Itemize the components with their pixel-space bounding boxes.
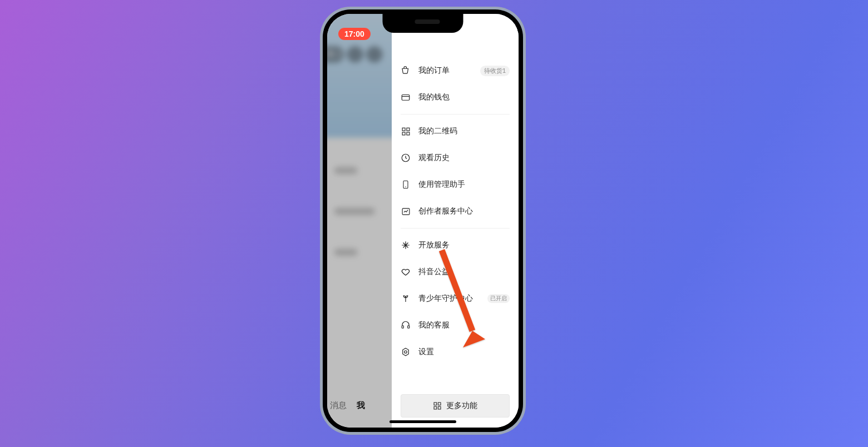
grid-icon [433,401,442,410]
tab-messages[interactable]: 消息 [327,400,349,411]
teen-badge: 已开启 [487,294,510,303]
drawer-item-label: 我的二维码 [418,126,457,136]
svg-rect-3 [402,132,405,135]
svg-point-7 [405,186,406,187]
more-button-label: 更多功能 [446,401,477,411]
svg-rect-10 [408,326,410,329]
svg-rect-13 [434,403,437,405]
drawer-item-orders[interactable]: 我的订单 待收货1 [401,57,510,84]
drawer-item-wallet[interactable]: 我的钱包 [401,84,510,111]
svg-point-12 [405,351,407,354]
drawer-item-history[interactable]: 观看历史 [401,145,510,171]
drawer-item-label: 开放服务 [418,240,450,250]
sprout-icon [401,294,411,304]
headset-icon [401,320,411,330]
drawer-item-label: 抖音公益 [418,267,450,277]
drawer-item-qr[interactable]: 我的二维码 [401,118,510,145]
svg-rect-2 [406,128,409,131]
drawer-item-label: 我的客服 [418,320,450,330]
bottom-tabs-behind: 消息 我 [327,393,372,418]
drawer-item-label: 青少年守护中心 [418,294,473,304]
drawer-item-usage[interactable]: 使用管理助手 [401,171,510,198]
phone-screen: 17:00 客 2 消息 我 [327,14,519,428]
cart-icon [401,66,411,76]
svg-marker-11 [403,348,409,356]
drawer-item-creator[interactable]: 创作者服务中心 [401,198,510,225]
svg-rect-9 [402,326,403,329]
chart-icon [401,206,411,216]
orders-badge: 待收货1 [480,66,510,76]
drawer-item-open-services[interactable]: 开放服务 [401,232,510,259]
svg-rect-15 [434,406,437,409]
drawer-item-label: 设置 [418,347,434,357]
drawer-item-label: 我的订单 [418,66,450,76]
qr-icon [401,126,411,136]
drawer-item-settings[interactable]: 设置 [401,339,510,365]
wallet-icon [401,92,411,102]
drawer-item-label: 使用管理助手 [418,180,465,190]
svg-rect-1 [402,128,405,131]
separator [401,114,510,115]
drawer-item-label: 创作者服务中心 [418,206,473,216]
phone-bezel: 17:00 客 2 消息 我 [323,9,523,432]
status-time-pill: 17:00 [338,28,371,40]
svg-rect-14 [438,403,441,405]
drawer-item-teen-protect[interactable]: 青少年守护中心 已开启 [401,285,510,312]
tab-me[interactable]: 我 [349,400,372,411]
drawer-item-charity[interactable]: 抖音公益 [401,259,510,285]
heart-icon [401,267,411,277]
spark-icon [401,240,411,250]
drawer-item-support[interactable]: 我的客服 [401,312,510,339]
svg-rect-0 [402,95,410,101]
svg-rect-4 [406,132,409,135]
drawer-item-label: 观看历史 [418,153,450,163]
clock-icon [401,153,411,163]
home-indicator[interactable] [389,420,456,423]
drawer-item-label: 我的钱包 [418,92,450,102]
phone-guard-icon [401,180,411,190]
side-drawer: 我的订单 待收货1 我的钱包 我的二维码 [392,14,519,428]
separator [401,228,510,229]
phone-frame: 17:00 客 2 消息 我 [320,7,526,435]
svg-rect-16 [438,406,441,409]
more-functions-button[interactable]: 更多功能 [401,394,510,418]
gear-icon [401,347,411,357]
phone-notch [383,14,463,33]
